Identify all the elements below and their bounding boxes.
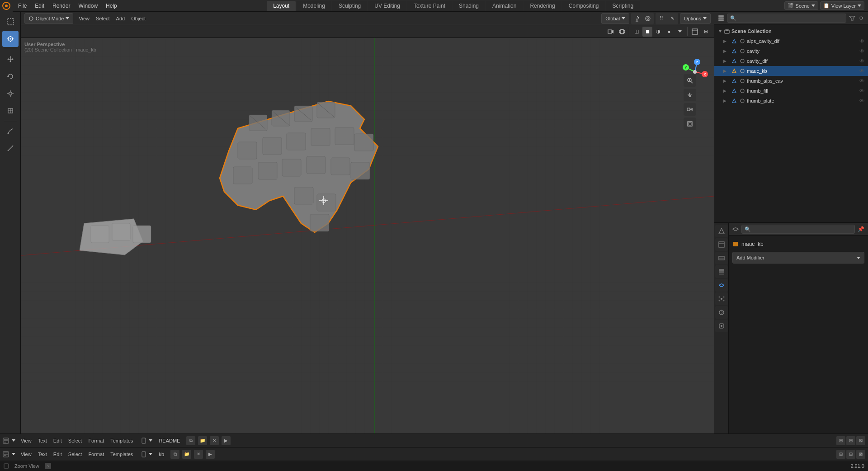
orthographic-icon[interactable] (684, 118, 696, 130)
proportional-edit-icon[interactable] (643, 14, 653, 24)
te1-select[interactable]: Select (66, 437, 85, 444)
visibility-icon[interactable]: 👁 (859, 58, 864, 64)
tool-move[interactable] (2, 51, 19, 67)
te2-play-icon[interactable]: ▶ (206, 450, 215, 459)
outliner-item-cavity[interactable]: ▶ cavity 👁 (714, 46, 868, 56)
outliner-item-thumb-plate[interactable]: ▶ thumb_plate 👁 (714, 96, 868, 106)
tool-transform[interactable] (2, 103, 19, 119)
scene-selector[interactable]: 🎬 Scene (784, 1, 818, 10)
viewport-camera-icon[interactable] (606, 27, 616, 37)
menu-window[interactable]: Window (75, 2, 101, 10)
prop-render-icon[interactable] (715, 238, 728, 251)
tool-rotate[interactable] (2, 68, 19, 85)
shading-wire-icon[interactable]: ◫ (632, 27, 642, 37)
properties-search-input[interactable] (741, 225, 855, 234)
te1-view[interactable]: View (18, 437, 34, 444)
outliner-settings-icon[interactable] (858, 15, 864, 21)
prop-physics-icon[interactable] (715, 306, 728, 319)
editor-type-icon[interactable] (690, 27, 700, 37)
tool-cursor[interactable] (2, 31, 19, 47)
te2-layout1-icon[interactable]: ⊞ (836, 450, 845, 459)
te2-edit[interactable]: Edit (51, 451, 65, 458)
te2-format[interactable]: Format (85, 451, 107, 458)
te2-layout2-icon[interactable]: ⊟ (846, 450, 855, 459)
visibility-icon[interactable]: 👁 (859, 48, 864, 54)
viewport-menu-view[interactable]: View (76, 15, 92, 22)
vis-dots-icon[interactable]: ⠿ (656, 14, 666, 24)
prop-scene-icon[interactable] (715, 225, 728, 237)
overlay-icon[interactable] (617, 27, 627, 37)
zoom-in-icon[interactable] (684, 74, 696, 87)
te1-templates[interactable]: Templates (108, 437, 136, 444)
visibility-icon[interactable]: 👁 (859, 68, 864, 74)
te2-select[interactable]: Select (66, 451, 85, 458)
tool-annotate[interactable] (2, 123, 19, 139)
te1-layout3-icon[interactable]: ⊠ (856, 436, 865, 445)
te1-format[interactable]: Format (85, 437, 107, 444)
viewport-menu-object[interactable]: Object (128, 15, 148, 22)
outliner-item-alps[interactable]: ▶ alps_cavity_dif 👁 (714, 36, 868, 46)
te1-layout1-icon[interactable]: ⊞ (836, 436, 845, 445)
snap-magnet-icon[interactable] (632, 14, 642, 24)
blender-logo-icon[interactable] (0, 0, 13, 12)
prop-particles-icon[interactable] (715, 292, 728, 305)
te2-text[interactable]: Text (35, 451, 50, 458)
outliner-item-mauc-kb[interactable]: ▶ mauc_kb 👁 (714, 66, 868, 76)
tab-layout[interactable]: Layout (267, 1, 296, 11)
transform-dropdown[interactable]: Global (601, 13, 629, 24)
tab-scripting[interactable]: Scripting (606, 1, 640, 11)
prop-output-icon[interactable] (715, 252, 728, 264)
mode-dropdown[interactable]: Object Mode (24, 13, 73, 24)
te1-edit[interactable]: Edit (51, 437, 65, 444)
outliner-item-thumb-alps[interactable]: ▶ thumb_alps_cav 👁 (714, 76, 868, 86)
tab-rendering[interactable]: Rendering (524, 1, 561, 11)
menu-file[interactable]: File (14, 2, 30, 10)
shading-material-icon[interactable]: ◑ (653, 27, 663, 37)
outliner-search-input[interactable] (727, 14, 846, 23)
viewport-menu-add[interactable]: Add (113, 15, 128, 22)
visibility-icon[interactable]: 👁 (859, 38, 864, 44)
visibility-icon[interactable]: 👁 (859, 88, 864, 94)
te2-view[interactable]: View (18, 451, 34, 458)
shading-dropdown-icon[interactable] (675, 27, 685, 37)
visibility-icon[interactable]: 👁 (859, 78, 864, 84)
tab-compositing[interactable]: Compositing (562, 1, 605, 11)
outliner-item-cavity-dif[interactable]: ▶ cavity_dif 👁 (714, 56, 868, 66)
te2-copy-icon[interactable]: ⧉ (170, 450, 179, 459)
te2-layout3-icon[interactable]: ⊠ (856, 450, 865, 459)
prop-modifier-icon[interactable] (715, 279, 728, 292)
viewport-menu-select[interactable]: Select (93, 15, 113, 22)
scene-collection-header[interactable]: Scene Collection (714, 26, 868, 36)
menu-help[interactable]: Help (102, 2, 121, 10)
te2-close-icon[interactable]: ✕ (194, 450, 203, 459)
camera-view-icon[interactable] (684, 103, 696, 116)
tool-scale[interactable] (2, 85, 19, 102)
tool-select[interactable] (2, 14, 19, 30)
viewport-canvas[interactable]: User Perspective (20) Scene Collection |… (21, 38, 714, 433)
visibility-icon[interactable]: 👁 (859, 98, 864, 104)
te1-layout2-icon[interactable]: ⊟ (846, 436, 855, 445)
viewport-3d[interactable]: Object Mode View Select Add Object Globa… (21, 12, 714, 433)
add-modifier-button[interactable]: Add Modifier (732, 252, 864, 264)
layer-selector[interactable]: 📋 View Layer (820, 1, 864, 10)
options-dropdown[interactable]: Options (680, 13, 711, 24)
tab-sculpting[interactable]: Sculpting (332, 1, 367, 11)
shading-solid-icon[interactable]: ◼ (642, 27, 652, 37)
te1-copy-icon[interactable]: ⧉ (186, 436, 195, 445)
te2-folder-icon[interactable]: 📁 (182, 450, 191, 459)
menu-render[interactable]: Render (49, 2, 74, 10)
hand-pan-icon[interactable] (684, 89, 696, 101)
prop-view-layer-icon[interactable] (715, 265, 728, 278)
tab-animation[interactable]: Animation (486, 1, 523, 11)
outliner-filter-icon[interactable] (849, 15, 855, 21)
outliner-item-thumb-fill[interactable]: ▶ thumb_fill 👁 (714, 86, 868, 96)
tab-modeling[interactable]: Modeling (297, 1, 331, 11)
te1-close-icon[interactable]: ✕ (210, 436, 219, 445)
tab-shading[interactable]: Shading (453, 1, 485, 11)
te1-folder-icon[interactable]: 📁 (198, 436, 207, 445)
shading-render-icon[interactable]: ● (664, 27, 674, 37)
te2-templates[interactable]: Templates (108, 451, 136, 458)
menu-edit[interactable]: Edit (31, 2, 48, 10)
te1-text[interactable]: Text (35, 437, 50, 444)
tab-texture-paint[interactable]: Texture Paint (407, 1, 452, 11)
